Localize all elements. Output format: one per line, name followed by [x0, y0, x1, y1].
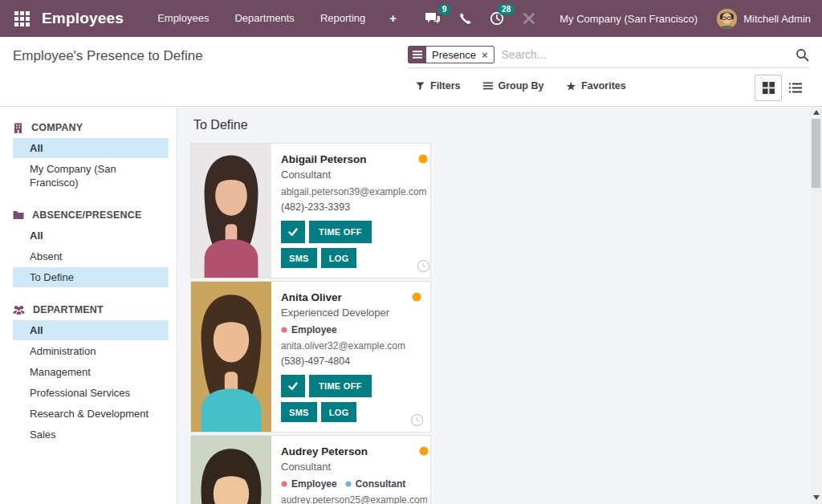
employee-name[interactable]: Anita Oliver: [281, 291, 421, 304]
employee-tags: Employee Consultant: [281, 477, 428, 491]
mark-present-button[interactable]: [281, 221, 305, 243]
log-button[interactable]: LOG: [321, 402, 357, 422]
sms-button[interactable]: SMS: [281, 402, 317, 422]
sidebar-item-my-company[interactable]: My Company (San Francisco): [13, 159, 169, 193]
employee-email[interactable]: anita.oliver32@example.com: [281, 339, 421, 354]
sidebar-item-professional-services[interactable]: Professional Services: [13, 383, 169, 403]
kanban-group-title: To Define: [193, 118, 810, 132]
scrollbar-thumb[interactable]: [812, 119, 820, 188]
group-by-label: Group By: [498, 80, 544, 91]
sidebar-section-company: COMPANY: [0, 118, 177, 137]
tag-employee[interactable]: Employee: [281, 323, 337, 337]
facet-label: Presence ×: [426, 47, 494, 63]
kanban-icon: [763, 82, 775, 94]
scroll-up-icon[interactable]: [813, 110, 820, 115]
vertical-scrollbar[interactable]: [810, 107, 822, 504]
time-off-button[interactable]: TIME OFF: [309, 221, 372, 243]
employee-photo: [191, 144, 271, 278]
sidebar-item-administration[interactable]: Administration: [13, 341, 169, 361]
card-actions-row1: TIME OFF: [281, 375, 421, 397]
tag-consultant[interactable]: Consultant: [345, 477, 406, 491]
breadcrumb-area: Employee's Presence to Define: [0, 37, 408, 106]
facet-text: Presence: [432, 49, 476, 61]
list-view-button[interactable]: [782, 75, 809, 101]
filters-label: Filters: [430, 80, 461, 91]
employee-phone[interactable]: (482)-233-3393: [281, 200, 427, 215]
sidebar-item-research-development[interactable]: Research & Development: [13, 404, 169, 424]
top-navbar: Employees Employees Departments Reportin…: [0, 0, 822, 37]
activity-clock-icon[interactable]: [410, 413, 424, 427]
sidebar-item-to-define[interactable]: To Define: [13, 267, 169, 287]
sidebar-item-management[interactable]: Management: [13, 362, 169, 382]
mark-present-button[interactable]: [281, 375, 305, 397]
search-input[interactable]: [502, 48, 796, 61]
card-actions-row2: SMS LOG: [281, 248, 427, 268]
menu-departments[interactable]: Departments: [222, 0, 307, 37]
check-icon: [288, 381, 298, 391]
facet-remove-icon[interactable]: ×: [482, 50, 488, 60]
section-title-label: ABSENCE/PRESENCE: [32, 209, 142, 221]
messages-icon[interactable]: 9: [417, 0, 449, 37]
employee-job-title: Experienced Developer: [281, 306, 421, 320]
employee-card-body: Abigail Peterson Consultant abigail.pete…: [271, 144, 437, 278]
tag-dot-icon: [281, 481, 287, 487]
presence-status-icon[interactable]: [418, 154, 428, 164]
favorites-button[interactable]: ★ Favorites: [566, 80, 625, 91]
scroll-down-icon[interactable]: [813, 495, 820, 500]
group-by-button[interactable]: Group By: [483, 80, 544, 91]
activities-icon[interactable]: 28: [481, 0, 513, 37]
tools-icon[interactable]: [513, 0, 545, 37]
sidebar-item-absent[interactable]: Absent: [13, 246, 169, 266]
sidebar-item-company-all[interactable]: All: [13, 138, 169, 158]
tag-dot-icon: [281, 327, 287, 333]
tag-employee[interactable]: Employee: [281, 477, 337, 491]
employee-email[interactable]: audrey.peterson25@example.com: [281, 493, 428, 504]
employee-email[interactable]: abigail.peterson39@example.com: [281, 185, 427, 200]
sidebar-item-sales[interactable]: Sales: [13, 425, 169, 445]
folder-icon: [13, 210, 24, 220]
menu-reporting[interactable]: Reporting: [307, 0, 378, 37]
menu-employees[interactable]: Employees: [144, 0, 222, 37]
company-switcher[interactable]: My Company (San Francisco): [560, 13, 698, 25]
employee-tags: Employee: [281, 323, 421, 337]
phone-icon[interactable]: [449, 0, 481, 37]
card-actions-row1: TIME OFF: [281, 221, 427, 243]
employee-card[interactable]: Audrey Peterson Consultant Employee Cons…: [190, 435, 431, 504]
sidebar-item-absence-all[interactable]: All: [13, 226, 169, 246]
section-title-label: DEPARTMENT: [33, 304, 104, 315]
apps-menu-icon[interactable]: [6, 0, 37, 37]
crossed-tools-icon: [522, 11, 536, 26]
log-button[interactable]: LOG: [321, 248, 357, 268]
phone-handset-icon: [458, 12, 472, 26]
employee-photo: [191, 436, 271, 504]
page-title: Employee's Presence to Define: [13, 48, 395, 64]
kanban-view-button[interactable]: [755, 75, 782, 101]
search-bar[interactable]: Presence ×: [408, 46, 809, 68]
list-icon: [789, 83, 802, 93]
app-brand-title[interactable]: Employees: [42, 10, 124, 27]
filters-button[interactable]: Filters: [416, 80, 461, 91]
filter-sidebar: COMPANY All My Company (San Francisco) A…: [0, 107, 177, 504]
employee-card[interactable]: Abigail Peterson Consultant abigail.pete…: [190, 143, 431, 278]
grid-icon: [14, 11, 30, 26]
sidebar-item-department-all[interactable]: All: [13, 320, 169, 340]
employee-phone[interactable]: (538)-497-4804: [281, 354, 421, 369]
employee-card[interactable]: Anita Oliver Experienced Developer Emplo…: [190, 281, 431, 433]
users-icon: [13, 305, 25, 315]
employee-name[interactable]: Abigail Peterson: [281, 152, 427, 166]
time-off-button[interactable]: TIME OFF: [309, 375, 372, 397]
top-menu: Employees Departments Reporting +: [144, 0, 408, 37]
card-actions-row2: SMS LOG: [281, 402, 421, 422]
activity-clock-icon[interactable]: [417, 259, 430, 273]
presence-status-icon[interactable]: [412, 292, 421, 302]
sms-button[interactable]: SMS: [281, 248, 317, 268]
search-icon[interactable]: [796, 48, 809, 62]
tag-label: Consultant: [356, 477, 406, 491]
presence-status-icon[interactable]: [419, 446, 429, 456]
search-facet: Presence ×: [408, 46, 494, 63]
user-menu[interactable]: Mitchell Admin: [717, 9, 811, 29]
kanban-content: To Define Abi: [177, 107, 810, 504]
employee-name[interactable]: Audrey Peterson: [281, 445, 428, 458]
plus-menu-icon[interactable]: +: [378, 0, 408, 37]
portrait-image: [191, 436, 271, 504]
